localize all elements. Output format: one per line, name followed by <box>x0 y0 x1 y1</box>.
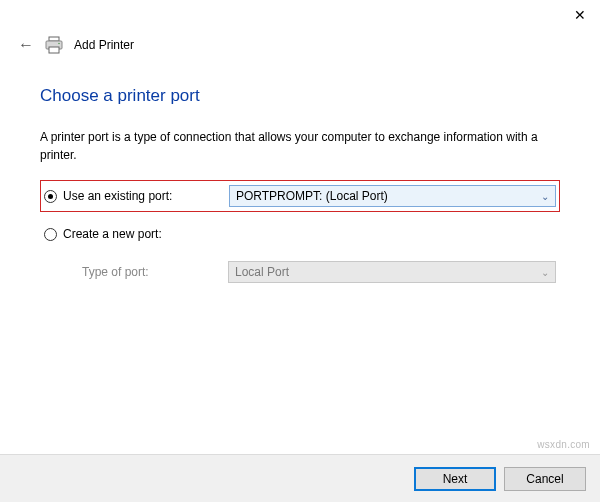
option-existing-port[interactable]: Use an existing port: PORTPROMPT: (Local… <box>40 180 560 212</box>
page-description: A printer port is a type of connection t… <box>40 128 560 164</box>
chevron-down-icon: ⌄ <box>541 191 549 202</box>
radio-existing-port-label: Use an existing port: <box>63 189 223 203</box>
svg-rect-0 <box>49 37 59 41</box>
option-create-port[interactable]: Create a new port: <box>40 222 560 246</box>
close-icon[interactable]: ✕ <box>574 7 586 23</box>
svg-point-3 <box>58 43 60 45</box>
next-button[interactable]: Next <box>414 467 496 491</box>
wizard-header: ← Add Printer <box>0 30 600 68</box>
option-port-type: Type of port: Local Port ⌄ <box>40 256 560 288</box>
port-type-value: Local Port <box>235 265 289 279</box>
port-type-dropdown: Local Port ⌄ <box>228 261 556 283</box>
chevron-down-icon: ⌄ <box>541 267 549 278</box>
cancel-button[interactable]: Cancel <box>504 467 586 491</box>
port-type-label: Type of port: <box>82 265 222 279</box>
back-arrow-icon[interactable]: ← <box>18 36 34 54</box>
watermark: wsxdn.com <box>537 439 590 450</box>
svg-rect-2 <box>49 47 59 53</box>
page-heading: Choose a printer port <box>40 86 560 106</box>
existing-port-value: PORTPROMPT: (Local Port) <box>236 189 388 203</box>
existing-port-dropdown[interactable]: PORTPROMPT: (Local Port) ⌄ <box>229 185 556 207</box>
radio-create-port-label: Create a new port: <box>63 227 223 241</box>
wizard-content: Choose a printer port A printer port is … <box>0 68 600 288</box>
titlebar: ✕ <box>0 0 600 30</box>
radio-existing-port[interactable] <box>44 190 57 203</box>
wizard-footer: Next Cancel <box>0 454 600 502</box>
radio-create-port[interactable] <box>44 228 57 241</box>
wizard-title: Add Printer <box>74 38 134 52</box>
printer-icon <box>44 36 64 54</box>
